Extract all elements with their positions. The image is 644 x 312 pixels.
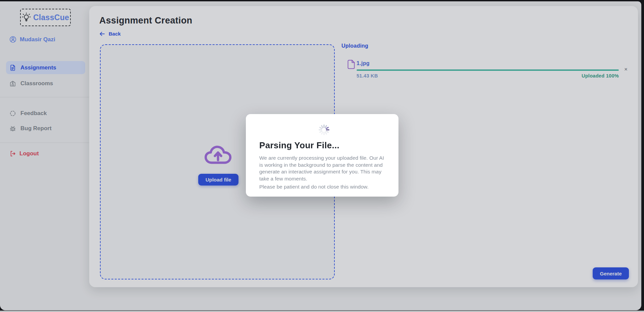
modal-body-text: We are currently processing your uploade… (259, 155, 387, 182)
parsing-modal: Parsing Your File... We are currently pr… (246, 114, 398, 197)
modal-title: Parsing Your File... (259, 140, 339, 151)
modal-note-text: Please be patient and do not close this … (259, 184, 387, 191)
loading-spinner-icon (317, 122, 331, 137)
